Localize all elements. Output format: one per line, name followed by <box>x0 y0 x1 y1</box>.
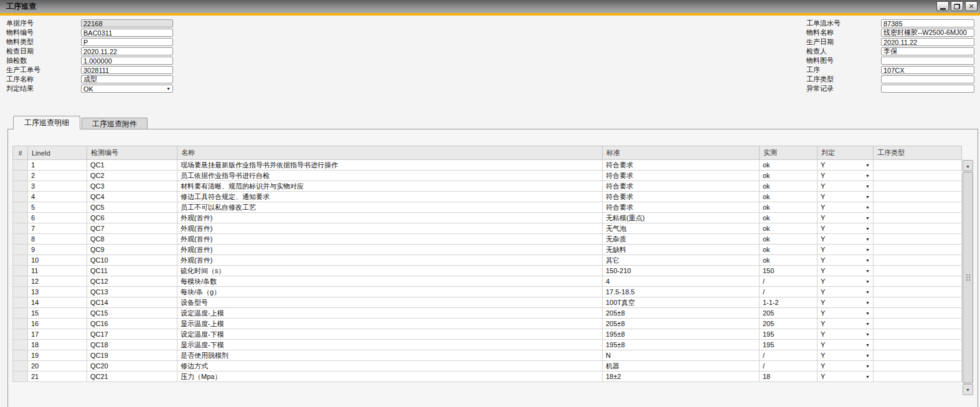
row-selector-cell[interactable] <box>13 329 28 340</box>
cell-code[interactable]: QC9 <box>87 245 177 255</box>
cell-standard[interactable]: 符合要求 <box>603 160 760 171</box>
cell-standard[interactable]: 无杂质 <box>603 234 760 245</box>
cell-standard[interactable]: 150-210 <box>603 266 760 276</box>
form-field[interactable]: 1.000000 <box>81 57 173 65</box>
cell-actual[interactable]: 205 <box>760 308 817 319</box>
form-field[interactable]: 2020.11.22 <box>81 47 173 55</box>
dropdown-arrow-icon[interactable]: ▼ <box>865 311 870 316</box>
cell-standard[interactable]: 符合要求 <box>603 202 760 213</box>
row-selector-cell[interactable] <box>13 350 28 361</box>
scroll-up-button[interactable]: ▲ <box>963 160 973 171</box>
dropdown-arrow-icon[interactable]: ▼ <box>865 195 870 199</box>
cell-judge[interactable]: Y▼ <box>817 276 874 287</box>
cell-name[interactable]: 现场要悬挂最新版作业指导书并依据指导书进行操作 <box>177 160 603 171</box>
dropdown-arrow-icon[interactable]: ▼ <box>865 301 870 305</box>
cell-judge[interactable]: Y▼ <box>817 192 874 202</box>
cell-judge[interactable]: Y▼ <box>817 308 874 319</box>
cell-lineid[interactable]: 20 <box>28 361 87 372</box>
cell-process-type[interactable] <box>874 171 962 181</box>
cell-code[interactable]: QC14 <box>87 297 177 308</box>
column-header-standard[interactable]: 标准 <box>603 146 760 160</box>
dropdown-arrow-icon[interactable]: ▼ <box>865 258 870 263</box>
cell-actual[interactable]: ok <box>760 255 817 266</box>
row-selector-cell[interactable] <box>13 181 28 192</box>
cell-process-type[interactable] <box>874 192 962 202</box>
cell-name[interactable]: 外观(首件) <box>177 213 603 223</box>
cell-standard[interactable]: 无缺料 <box>603 245 760 255</box>
row-selector-cell[interactable] <box>13 340 28 350</box>
cell-judge[interactable]: Y▼ <box>817 266 874 276</box>
cell-actual[interactable]: 1-1-2 <box>760 297 817 308</box>
cell-judge[interactable]: Y▼ <box>817 234 874 245</box>
cell-actual[interactable]: ok <box>760 202 817 213</box>
cell-actual[interactable]: 195 <box>760 329 817 340</box>
cell-process-type[interactable] <box>874 160 962 171</box>
cell-actual[interactable]: / <box>760 287 817 297</box>
row-selector-cell[interactable] <box>13 297 28 308</box>
cell-lineid[interactable]: 10 <box>28 255 87 266</box>
form-field[interactable] <box>881 75 974 83</box>
form-field[interactable]: 线密封橡胶--W2500-6MJ00 <box>881 29 974 37</box>
restore-button[interactable] <box>951 1 963 11</box>
cell-standard[interactable]: 符合要求 <box>603 181 760 192</box>
cell-lineid[interactable]: 16 <box>28 319 87 329</box>
cell-actual[interactable]: 205 <box>760 319 817 329</box>
column-header-process-type[interactable]: 工序类型 <box>874 146 962 160</box>
column-header-selector[interactable]: # <box>13 146 28 160</box>
cell-name[interactable]: 外观(首件) <box>177 223 603 234</box>
cell-standard[interactable]: 符合要求 <box>603 171 760 181</box>
cell-lineid[interactable]: 14 <box>28 297 87 308</box>
cell-name[interactable]: 外观(首件) <box>177 255 603 266</box>
cell-standard[interactable]: 18±2 <box>603 372 760 382</box>
cell-name[interactable]: 员工不可以私自修改工艺 <box>177 202 603 213</box>
cell-code[interactable]: QC4 <box>87 192 177 202</box>
cell-actual[interactable]: ok <box>760 181 817 192</box>
form-field[interactable]: 2020.11.22 <box>881 38 974 46</box>
cell-judge[interactable]: Y▼ <box>817 297 874 308</box>
cell-code[interactable]: QC15 <box>87 308 177 319</box>
tab-inspection-detail[interactable]: 工序巡查明细 <box>13 116 80 129</box>
dropdown-arrow-icon[interactable]: ▼ <box>865 343 870 347</box>
cell-code[interactable]: QC11 <box>87 266 177 276</box>
cell-standard[interactable]: 无粘模(重点) <box>603 213 760 223</box>
cell-standard[interactable]: 17.5-18.5 <box>603 287 760 297</box>
dropdown-arrow-icon[interactable]: ▼ <box>865 332 870 337</box>
cell-code[interactable]: QC8 <box>87 234 177 245</box>
cell-name[interactable]: 材料要有清晰、规范的标识并与实物对应 <box>177 181 603 192</box>
form-field[interactable]: BAC0311 <box>81 29 173 37</box>
cell-process-type[interactable] <box>874 245 962 255</box>
cell-judge[interactable]: Y▼ <box>817 223 874 234</box>
cell-actual[interactable]: / <box>760 361 817 372</box>
row-selector-cell[interactable] <box>13 319 28 329</box>
dropdown-arrow-icon[interactable]: ▼ <box>166 87 171 91</box>
row-selector-cell[interactable] <box>13 234 28 245</box>
cell-process-type[interactable] <box>874 213 962 223</box>
cell-name[interactable]: 硫化时间（s） <box>177 266 603 276</box>
cell-lineid[interactable]: 18 <box>28 340 87 350</box>
cell-standard[interactable]: 205±8 <box>603 308 760 319</box>
cell-code[interactable]: QC10 <box>87 255 177 266</box>
row-selector-cell[interactable] <box>13 202 28 213</box>
cell-actual[interactable]: 18 <box>760 372 817 382</box>
scrollbar-thumb[interactable] <box>963 172 973 383</box>
dropdown-arrow-icon[interactable]: ▼ <box>865 184 870 189</box>
form-field[interactable] <box>881 57 974 65</box>
cell-judge[interactable]: Y▼ <box>817 255 874 266</box>
cell-name[interactable]: 外观(首件) <box>177 245 603 255</box>
cell-name[interactable]: 修边工具符合规定、通知要求 <box>177 192 603 202</box>
cell-actual[interactable]: / <box>760 276 817 287</box>
cell-process-type[interactable] <box>874 372 962 382</box>
cell-process-type[interactable] <box>874 276 962 287</box>
close-button[interactable]: ✕ <box>965 1 978 11</box>
column-header-lineid[interactable]: LineId <box>28 146 87 160</box>
row-selector-cell[interactable] <box>13 245 28 255</box>
cell-name[interactable]: 设备型号 <box>177 297 603 308</box>
form-field[interactable] <box>881 85 974 93</box>
cell-standard[interactable]: 符合要求 <box>603 192 760 202</box>
cell-standard[interactable]: 205±8 <box>603 319 760 329</box>
cell-code[interactable]: QC1 <box>87 160 177 171</box>
row-selector-cell[interactable] <box>13 287 28 297</box>
cell-standard[interactable]: 195±8 <box>603 340 760 350</box>
form-field[interactable]: 3028111 <box>81 66 173 74</box>
cell-lineid[interactable]: 7 <box>28 223 87 234</box>
